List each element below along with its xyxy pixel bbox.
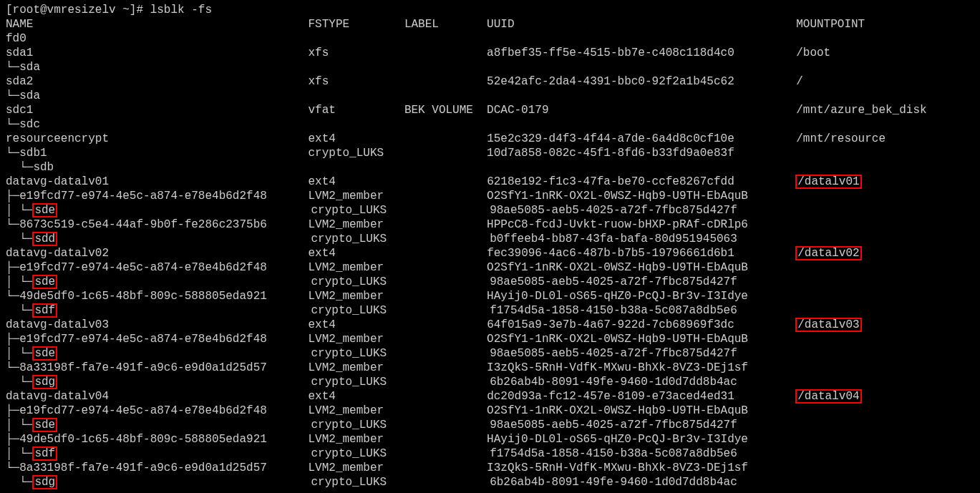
lsblk-row: └─8a33198f-fa7e-491f-a9c6-e9d0a1d25d57 L…	[6, 361, 974, 375]
lsblk-row: └─sdf crypto_LUKS f1754d5a-1858-4150-b38…	[6, 303, 974, 318]
lsblk-row: └─sdb1 crypto_LUKS 10d7a858-082c-45f1-8f…	[6, 146, 974, 160]
mountpoint: /datalv04	[796, 390, 860, 403]
lsblk-row: │ └─sde crypto_LUKS 98ae5085-aeb5-4025-a…	[6, 275, 974, 289]
device-tree: ├─e19fcd77-e974-4e5c-a874-e78e4b6d2f48	[6, 333, 267, 346]
lsblk-row: └─sdg crypto_LUKS 6b26ab4b-8091-49fe-946…	[6, 375, 974, 389]
device-tree: └─8a33198f-fa7e-491f-a9c6-e9d0a1d25d57	[6, 361, 267, 374]
device-tree: datavg-datalv02	[6, 247, 109, 260]
device-tree: │ └─	[6, 419, 33, 431]
device-tree: └─	[6, 233, 33, 245]
lsblk-rows: fd0 sda1 xfs a8fbef35-ff5e-4	[6, 31, 974, 489]
device-tree: sda1	[6, 47, 33, 59]
lsblk-row: ├─e19fcd77-e974-4e5c-a874-e78e4b6d2f48 L…	[6, 260, 974, 275]
device-tree: └─sdb	[6, 161, 54, 174]
device-name-highlight: sdd	[33, 233, 57, 245]
device-tree: └─	[6, 476, 33, 489]
device-tree: datavg-datalv04	[6, 390, 109, 403]
device-tree: │ └─	[6, 275, 33, 288]
mountpoint: /mnt/resource	[796, 132, 886, 145]
lsblk-row: │ └─sdf crypto_LUKS f1754d5a-1858-4150-b…	[6, 446, 974, 461]
mountpoint: /datalv01	[796, 175, 860, 188]
device-tree: │ └─	[6, 447, 33, 460]
device-name-highlight: sde	[33, 419, 57, 431]
lsblk-row: ├─e19fcd77-e974-4e5c-a874-e78e4b6d2f48 L…	[6, 189, 974, 203]
lsblk-row: datavg-datalv02 ext4 fec39096-4ac6-487b-…	[6, 246, 974, 260]
lsblk-row: └─sdc	[6, 117, 974, 132]
device-tree: sda2	[6, 75, 33, 88]
lsblk-row: datavg-datalv01 ext4 6218e192-f1c3-47fa-…	[6, 175, 974, 189]
device-name-highlight: sde	[33, 275, 57, 288]
lsblk-row: resourceencrypt ext4 15e2c329-d4f3-4f44-…	[6, 132, 974, 146]
device-tree: └─sdb1	[6, 147, 47, 160]
lsblk-row: sda1 xfs a8fbef35-ff5e-4515-bb7e-c408c11…	[6, 46, 974, 60]
lsblk-row: │ └─sde crypto_LUKS 98ae5085-aeb5-4025-a…	[6, 418, 974, 432]
device-tree: fd0	[6, 32, 26, 45]
lsblk-row: datavg-datalv03 ext4 64f015a9-3e7b-4a67-…	[6, 318, 974, 332]
device-tree: ├─e19fcd77-e974-4e5c-a874-e78e4b6d2f48	[6, 190, 267, 202]
device-tree: datavg-datalv03	[6, 318, 109, 331]
mountpoint: /	[796, 75, 803, 88]
mountpoint: /boot	[796, 47, 830, 59]
lsblk-row: └─49de5df0-1c65-48bf-809c-588805eda921 L…	[6, 289, 974, 303]
lsblk-row: └─8a33198f-fa7e-491f-a9c6-e9d0a1d25d57 L…	[6, 461, 974, 475]
device-tree: └─sdc	[6, 118, 40, 131]
device-tree: └─	[6, 376, 33, 389]
lsblk-row: ├─e19fcd77-e974-4e5c-a874-e78e4b6d2f48 L…	[6, 332, 974, 346]
device-tree: ├─49de5df0-1c65-48bf-809c-588805eda921	[6, 433, 267, 446]
mountpoint: /mnt/azure_bek_disk	[796, 104, 926, 117]
device-tree: └─8a33198f-fa7e-491f-a9c6-e9d0a1d25d57	[6, 462, 267, 474]
device-tree: └─	[6, 304, 33, 317]
lsblk-row: │ └─sde crypto_LUKS 98ae5085-aeb5-4025-a…	[6, 346, 974, 361]
lsblk-row: sda2 xfs 52e42afc-2da4-4391-bbc0-92f2a1b…	[6, 74, 974, 89]
lsblk-row: fd0	[6, 31, 974, 46]
device-name-highlight: sdg	[33, 376, 57, 389]
lsblk-row: └─sda	[6, 60, 974, 74]
device-name-highlight: sde	[33, 347, 57, 360]
lsblk-row: │ └─sde crypto_LUKS 98ae5085-aeb5-4025-a…	[6, 203, 974, 218]
device-tree: └─sda	[6, 61, 40, 74]
device-name-highlight: sdf	[33, 304, 57, 317]
terminal-output: [root@vmresizelv ~]# lsblk -fs NAME FSTY…	[0, 0, 980, 492]
lsblk-row: datavg-datalv04 ext4 dc20d93a-fc12-457e-…	[6, 389, 974, 404]
device-tree: resourceencrypt	[6, 132, 109, 145]
shell-prompt: [root@vmresizelv ~]# lsblk -fs	[6, 3, 974, 17]
lsblk-row: └─sdg crypto_LUKS 6b26ab4b-8091-49fe-946…	[6, 475, 974, 489]
lsblk-row: └─sdb	[6, 160, 974, 175]
device-tree: └─sda	[6, 89, 40, 102]
device-tree: ├─e19fcd77-e974-4e5c-a874-e78e4b6d2f48	[6, 404, 267, 417]
device-name-highlight: sdg	[33, 476, 57, 489]
lsblk-row: └─sda	[6, 89, 974, 103]
device-tree: └─49de5df0-1c65-48bf-809c-588805eda921	[6, 290, 267, 303]
device-tree: ├─e19fcd77-e974-4e5c-a874-e78e4b6d2f48	[6, 261, 267, 274]
device-tree: │ └─	[6, 347, 33, 360]
device-tree: datavg-datalv01	[6, 175, 109, 188]
lsblk-row: └─sdd crypto_LUKS b0ffeeb4-bb87-43fa-baf…	[6, 232, 974, 246]
device-tree: └─8673c519-c5e4-44af-9b0f-fe286c2375b6	[6, 218, 267, 231]
lsblk-row: ├─e19fcd77-e974-4e5c-a874-e78e4b6d2f48 L…	[6, 404, 974, 418]
mountpoint: /datalv03	[796, 318, 860, 331]
lsblk-row: ├─49de5df0-1c65-48bf-809c-588805eda921 L…	[6, 432, 974, 446]
device-tree: sdc1	[6, 104, 33, 117]
device-tree: │ └─	[6, 204, 33, 217]
device-name-highlight: sdf	[33, 447, 57, 460]
lsblk-row: └─8673c519-c5e4-44af-9b0f-fe286c2375b6 L…	[6, 218, 974, 232]
device-name-highlight: sde	[33, 204, 57, 217]
mountpoint: /datalv02	[796, 247, 860, 260]
lsblk-row: sdc1 vfat BEK VOLUME DCAC-0179 /mnt/azur…	[6, 103, 974, 117]
lsblk-header: NAME FSTYPE LABEL UUID MOUNTPOINT	[6, 17, 974, 31]
